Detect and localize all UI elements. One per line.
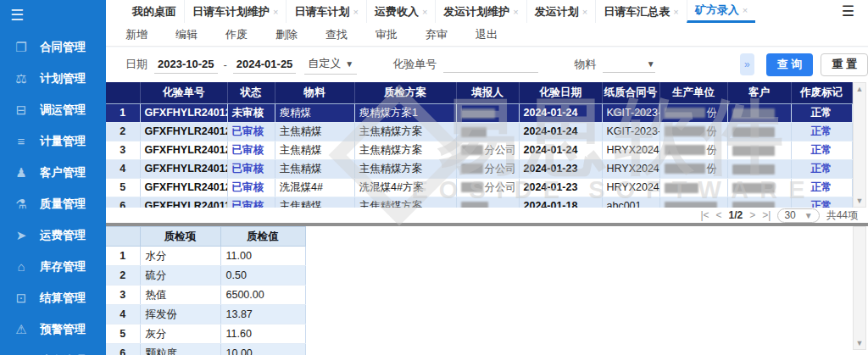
- toolbar-button-3[interactable]: 删除: [275, 27, 312, 42]
- search-button[interactable]: 查 询: [766, 53, 814, 76]
- close-icon[interactable]: ×: [743, 5, 748, 15]
- last-page-button[interactable]: >|: [762, 209, 771, 221]
- table-row[interactable]: 4GFXFHYLR240123已审核主焦精煤主焦精煤方案分公司2024-01-2…: [106, 159, 852, 178]
- close-icon[interactable]: ×: [673, 7, 678, 17]
- sidebar-item-customer[interactable]: ♟客户管理: [0, 157, 106, 188]
- close-icon[interactable]: ×: [353, 7, 358, 17]
- sidebar-item-contract[interactable]: ❐合同管理: [0, 31, 106, 63]
- column-header[interactable]: 状态: [227, 82, 275, 103]
- sidebar-item-freight[interactable]: ➤运费管理: [0, 219, 106, 251]
- column-header[interactable]: 质检方案: [354, 82, 456, 103]
- tab-6[interactable]: 日请车汇总表×: [595, 0, 686, 23]
- table-row[interactable]: 6颗粒度10.00: [106, 344, 852, 355]
- date-mode-select[interactable]: 自定义▼: [304, 54, 357, 75]
- close-icon[interactable]: ×: [513, 7, 518, 17]
- toolbar-button-6[interactable]: 弃审: [426, 27, 462, 42]
- detail-table-header: 质检项质检值: [106, 227, 852, 247]
- table-cell: 2024-01-24: [519, 141, 602, 159]
- date-to-input[interactable]: 2024-01-25: [233, 56, 297, 74]
- column-header[interactable]: [106, 82, 140, 103]
- column-header[interactable]: 化验单号: [140, 82, 227, 103]
- sidebar-item-quality[interactable]: ⚗质量管理: [0, 188, 106, 219]
- column-header[interactable]: 物料: [275, 82, 354, 103]
- tab-5[interactable]: 发运计划×: [526, 0, 595, 23]
- censored-text: [665, 145, 705, 155]
- table-cell: 主焦精煤方案: [354, 197, 456, 208]
- sidebar-item-dispatch[interactable]: ⊟调运管理: [0, 94, 106, 125]
- tab-4[interactable]: 发运计划维护×: [435, 0, 526, 23]
- page-size-select[interactable]: 30 ▼: [777, 208, 819, 223]
- table-row[interactable]: 6GFXFHYLR240119已审核主焦精煤主焦精煤方案2024-01-18ab…: [106, 197, 852, 208]
- scroll-down-icon[interactable]: ▼: [854, 197, 865, 205]
- expand-filters-button[interactable]: »: [740, 53, 754, 75]
- inventory-icon: ⌂: [13, 259, 30, 274]
- table-row[interactable]: 3热值6500.00: [106, 286, 852, 305]
- table-cell: 正常: [791, 197, 852, 208]
- table-row[interactable]: 2硫分0.50: [106, 266, 852, 286]
- table-cell: [659, 197, 727, 208]
- toolbar-button-5[interactable]: 审批: [376, 27, 412, 42]
- assay-no-input[interactable]: [443, 56, 538, 73]
- sidebar-collapse-icon[interactable]: ☰: [0, 0, 106, 28]
- column-header[interactable]: 纸质合同号: [602, 82, 659, 103]
- toolbar-button-0[interactable]: 新增: [125, 27, 162, 42]
- table-row[interactable]: 2GFXFHYLR240124已审核主焦精煤主焦精煤方案2024-01-24KG…: [106, 122, 852, 141]
- quality-detail-table-wrap: 质检项质检值 1水分11.002硫分0.503热值6500.004挥发份13.8…: [106, 226, 868, 355]
- column-header[interactable]: 作废标记: [791, 82, 852, 103]
- table-scrollbar[interactable]: ▲ ▼: [853, 82, 866, 208]
- tab-2[interactable]: 日请车计划×: [286, 0, 365, 23]
- censored-text: [665, 126, 705, 136]
- sidebar-item-inventory[interactable]: ⌂库存管理: [0, 251, 106, 282]
- tab-3[interactable]: 运费收入×: [366, 0, 435, 23]
- tab-label: 日请车汇总表: [604, 4, 670, 19]
- sidebar-item-settlement[interactable]: ⊡结算管理: [0, 282, 106, 313]
- first-page-button[interactable]: |<: [700, 209, 709, 221]
- material-select[interactable]: ▼: [603, 56, 654, 73]
- column-header[interactable]: 质检值: [220, 227, 305, 247]
- table-cell: 2: [106, 122, 140, 141]
- sidebar-item-planning[interactable]: ⚖计划管理: [0, 63, 106, 94]
- reset-button[interactable]: 重 置: [821, 53, 868, 76]
- sidebar-item-general[interactable]: ▦综合管理: [0, 345, 106, 355]
- tab-1[interactable]: 日请车计划维护×: [184, 0, 286, 23]
- sidebar-item-warning[interactable]: ⚠预警管理: [0, 313, 106, 345]
- date-from-input[interactable]: 2023-10-25: [154, 56, 218, 74]
- toolbar-button-7[interactable]: 退出: [476, 27, 512, 42]
- next-page-button[interactable]: >: [749, 209, 755, 221]
- table-row[interactable]: 1GFXFHYLR240124未审核瘦精煤瘦精煤方案12024-01-24KGI…: [106, 103, 852, 122]
- tab-0[interactable]: 我的桌面: [125, 0, 184, 23]
- column-header[interactable]: 客户: [727, 82, 791, 103]
- toolbar-button-2[interactable]: 作废: [225, 27, 262, 42]
- sidebar-item-label: 运费管理: [40, 228, 86, 243]
- tab-overflow-menu-icon[interactable]: ☰: [842, 3, 854, 20]
- cell-filler: [305, 247, 852, 266]
- sidebar-item-label: 调运管理: [40, 103, 86, 118]
- table-row[interactable]: 4挥发份13.87: [106, 305, 852, 324]
- filter-bar: 日期 2023-10-25 - 2024-01-25 自定义▼ 化验单号 物料 …: [106, 47, 868, 81]
- column-header[interactable]: 质检项: [140, 227, 220, 247]
- column-header[interactable]: [106, 227, 140, 247]
- column-header[interactable]: 化验日期: [519, 82, 602, 103]
- scroll-up-icon[interactable]: ▲: [854, 85, 865, 93]
- scroll-down-icon[interactable]: ▼: [854, 339, 865, 347]
- prev-page-button[interactable]: <: [716, 209, 722, 221]
- table-cell: 正常: [791, 103, 852, 122]
- table-row[interactable]: 5GFXFHYLR240123已审核洗混煤4#洗混煤4#方案分公司2024-01…: [106, 178, 852, 197]
- column-header[interactable]: 生产单位: [659, 82, 727, 103]
- toolbar-button-4[interactable]: 查找: [326, 27, 362, 42]
- table-row[interactable]: 5灰分11.60: [106, 324, 852, 344]
- table-row[interactable]: 1水分11.00: [106, 247, 852, 266]
- tab-7[interactable]: 矿方录入×: [687, 0, 755, 23]
- close-icon[interactable]: ×: [422, 7, 427, 17]
- close-icon[interactable]: ×: [582, 7, 587, 17]
- detail-scrollbar[interactable]: ▼: [853, 226, 866, 350]
- table-cell: 1: [106, 247, 140, 266]
- close-icon[interactable]: ×: [273, 7, 278, 17]
- table-cell: 主焦精煤方案: [354, 141, 456, 159]
- column-header[interactable]: 填报人: [456, 82, 519, 103]
- sidebar-item-measurement[interactable]: ≡计量管理: [0, 125, 106, 157]
- table-row[interactable]: 3GFXFHYLR240124已审核主焦精煤主焦精煤方案分公司2024-01-2…: [106, 141, 852, 159]
- dispatch-icon: ⊟: [13, 103, 30, 118]
- cell-text: 份: [707, 107, 718, 119]
- toolbar-button-1[interactable]: 编辑: [175, 27, 212, 42]
